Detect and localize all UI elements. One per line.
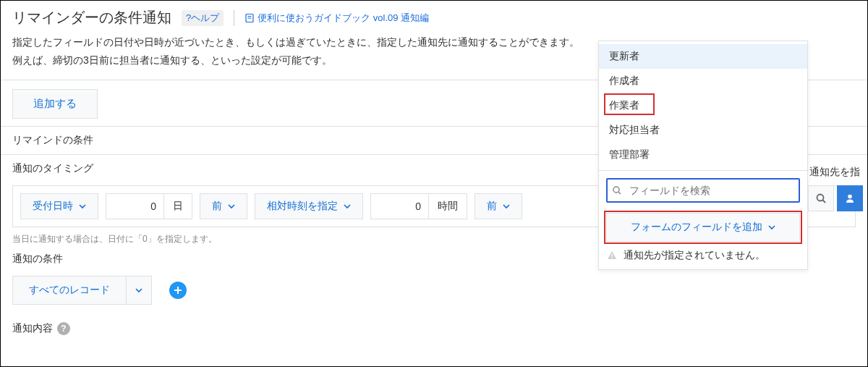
svg-rect-7 [611, 254, 612, 257]
separator [234, 10, 234, 26]
svg-point-9 [817, 195, 824, 201]
add-form-field-label: フォームのフィールドを追加 [631, 221, 762, 234]
dropdown-item-worker[interactable]: 作業者 [599, 93, 807, 118]
day-input-group: 日 [106, 193, 192, 219]
dropdown-item-worker-label: 作業者 [609, 99, 639, 111]
day-unit-label: 日 [163, 193, 192, 219]
scope-select-label: すべてのレコード [29, 284, 110, 297]
chevron-down-icon [228, 203, 235, 210]
help-link[interactable]: ?ヘルプ [182, 10, 224, 26]
field-search-input[interactable] [606, 178, 800, 203]
scope-select-chevron[interactable] [126, 276, 152, 305]
field-dropdown-panel: 更新者 作成者 作業者 対応担当者 管理部署 フォームのフィールドを追加 通知先… [598, 41, 808, 270]
chevron-down-icon [135, 287, 142, 294]
scope-select-label-box[interactable]: すべてのレコード [12, 276, 126, 305]
dropdown-item-creator[interactable]: 作成者 [599, 69, 807, 93]
guidebook-link[interactable]: 便利に使おうガイドブック vol.09 通知編 [244, 12, 429, 25]
relative-time-select[interactable]: 相対時刻を指定 [255, 193, 363, 219]
page-title: リマインダーの条件通知 [12, 8, 171, 28]
day-number-input[interactable] [106, 193, 163, 219]
chevron-down-icon [79, 203, 86, 210]
chevron-down-icon [768, 224, 775, 231]
person-picker-button[interactable] [837, 185, 863, 211]
svg-line-10 [823, 201, 826, 203]
add-form-field-button[interactable]: フォームのフィールドを追加 [606, 213, 800, 242]
search-trigger-button[interactable] [808, 185, 834, 211]
add-condition-button[interactable] [169, 282, 187, 299]
guidebook-label: 便利に使おうガイドブック vol.09 通知編 [258, 12, 429, 25]
day-mode-label: 前 [212, 200, 222, 213]
svg-rect-8 [611, 257, 612, 258]
field-dropdown-list: 更新者 作成者 作業者 対応担当者 管理部署 [599, 41, 807, 170]
warning-text: 通知先が指定されていません。 [624, 249, 765, 262]
svg-point-5 [613, 187, 619, 193]
hour-mode-label: 前 [487, 200, 497, 213]
help-tooltip-icon[interactable]: ? [57, 322, 70, 335]
hour-mode-select[interactable]: 前 [475, 193, 522, 219]
warning-icon [606, 250, 618, 261]
book-icon [244, 13, 255, 23]
hour-unit-label: 時間 [428, 193, 467, 219]
hour-input-group: 時間 [370, 193, 467, 219]
dropdown-item-updater[interactable]: 更新者 [599, 44, 807, 69]
svg-line-6 [618, 192, 621, 194]
field-search-wrap [606, 178, 800, 203]
svg-point-11 [848, 195, 852, 199]
dropdown-item-department[interactable]: 管理部署 [599, 143, 807, 167]
timing-field-select-label: 受付日時 [33, 200, 73, 213]
chevron-down-icon [344, 203, 351, 210]
add-button[interactable]: 追加する [12, 89, 98, 119]
hour-number-input[interactable] [370, 193, 428, 219]
day-mode-select[interactable]: 前 [200, 193, 247, 219]
relative-time-label: 相対時刻を指定 [267, 200, 338, 213]
timing-field-select[interactable]: 受付日時 [20, 193, 98, 219]
content-label: 通知内容 [12, 322, 53, 335]
search-icon [612, 185, 622, 195]
chevron-down-icon [503, 203, 510, 210]
dropdown-item-assignee[interactable]: 対応担当者 [599, 118, 807, 143]
